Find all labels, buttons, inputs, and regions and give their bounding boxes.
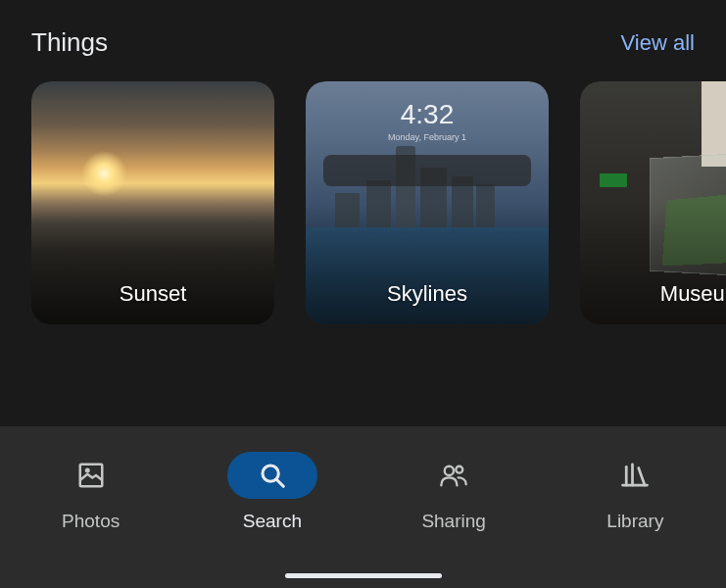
image-icon [76,461,106,490]
svg-point-4 [445,466,454,475]
nav-label: Photos [62,511,120,532]
search-icon [258,461,287,490]
bottom-nav: Photos Search Sharing [0,426,726,588]
people-icon [439,461,468,490]
home-indicator[interactable] [285,573,442,578]
category-card-sunset[interactable]: Sunset [31,81,274,324]
category-cards-row: Sunset 4:32 Monday, February 1 Skylines … [31,81,695,324]
nav-icon-wrap [590,452,680,499]
card-label: Skylines [306,281,549,307]
nav-label: Library [606,511,663,532]
svg-line-3 [277,480,283,486]
view-all-link[interactable]: View all [621,30,695,56]
nav-icon-wrap [46,452,136,499]
svg-point-5 [456,466,462,473]
exit-sign [600,173,627,187]
svg-point-1 [86,469,89,472]
svg-point-2 [263,466,278,481]
category-card-skylines[interactable]: 4:32 Monday, February 1 Skylines [306,81,549,324]
nav-label: Sharing [421,511,486,532]
nav-icon-wrap [409,452,499,499]
lockscreen-date: Monday, February 1 [306,132,549,142]
lockscreen-time: 4:32 [306,99,549,130]
nav-item-library[interactable]: Library [545,452,726,532]
category-card-museum[interactable]: Museum [580,81,726,324]
section-header: Things View all [31,0,695,81]
nav-icon-wrap [227,452,317,499]
svg-line-8 [639,468,645,486]
nav-item-search[interactable]: Search [181,452,363,532]
library-icon [620,461,650,490]
nav-label: Search [243,511,302,532]
section-title: Things [31,27,108,58]
card-label: Museum [580,281,726,307]
nav-item-photos[interactable]: Photos [0,452,181,532]
nav-item-sharing[interactable]: Sharing [363,452,545,532]
notification-card [323,155,531,186]
card-label: Sunset [31,281,274,307]
